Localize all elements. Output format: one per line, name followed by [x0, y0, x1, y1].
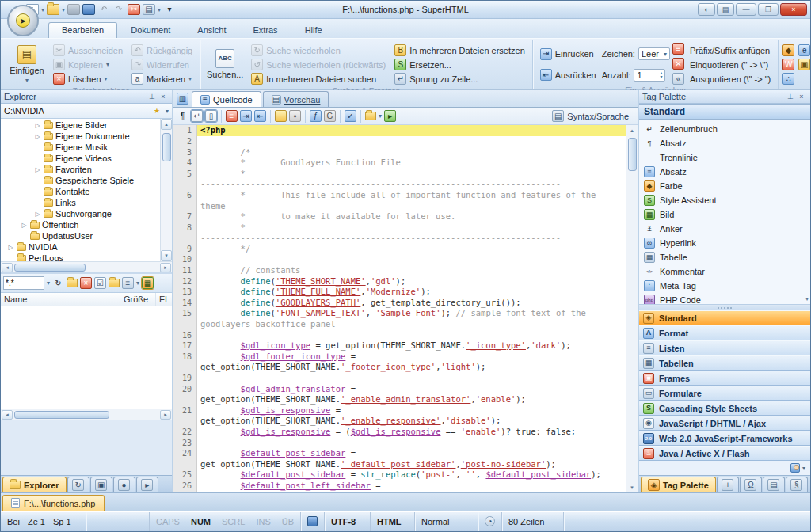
indent-count-stepper[interactable]: 1▴▾ [634, 69, 665, 82]
scroll-left-icon[interactable]: ◂ [2, 410, 13, 420]
palette-item-zeilenumbruch[interactable]: ↵Zeilenumbruch [639, 122, 810, 136]
expand-arrow-icon[interactable]: ▷ [7, 244, 14, 251]
color-picker-icon[interactable]: ◆ [782, 44, 794, 56]
search-in-files-button[interactable]: AIn mehreren Dateien suchen [248, 72, 389, 86]
highlight-lines-icon[interactable]: ≡ [226, 110, 238, 122]
ribbon-tab-bearbeiten[interactable]: Bearbeiten [48, 22, 117, 38]
close-icon[interactable]: × [158, 92, 169, 102]
palette-scroll-down-icon[interactable]: ▾ [805, 295, 809, 302]
palette-item-absatz[interactable]: ≡Absatz [639, 165, 810, 179]
scroll-right-icon[interactable]: ▸ [160, 410, 171, 420]
attachments-tab[interactable]: § [786, 477, 808, 492]
expand-arrow-icon[interactable]: ▷ [34, 122, 41, 129]
replace-button[interactable]: SErsetzen... [391, 58, 528, 71]
encoding-indicator[interactable]: UTF-8 [325, 512, 371, 531]
tree-item-eigene-musik[interactable]: Eigene Musik [1, 142, 160, 153]
chevron-down-icon[interactable]: ▾ [802, 465, 805, 472]
expand-arrow-icon[interactable]: ▷ [34, 133, 41, 140]
expand-arrow-icon[interactable]: ▷ [21, 222, 28, 229]
style-switch-icon[interactable]: ◐ [698, 3, 715, 16]
repeat-search-back-button[interactable]: ↺Suche wiederholen (rückwärts) [248, 58, 389, 71]
category-frames[interactable]: ▣Frames [639, 370, 810, 386]
close-icon[interactable]: × [796, 92, 807, 102]
goto-line-button[interactable]: ↵Sprung zu Zeile... [391, 72, 528, 86]
meta-insert-icon[interactable]: ∴ [782, 73, 794, 85]
cut-button[interactable]: ✂Ausschneiden [50, 44, 126, 57]
remove-blank-lines-icon[interactable]: ≡ [672, 43, 684, 55]
scroll-up-icon[interactable]: ▴ [630, 125, 634, 135]
refresh-icon[interactable]: ↻ [52, 277, 64, 289]
delete-icon[interactable]: × [80, 277, 92, 289]
readonly-icon[interactable]: ▪ [289, 110, 301, 122]
tree-item-öffentlich[interactable]: ▷Öffentlich [1, 219, 160, 230]
tree-item-eigene-videos[interactable]: Eigene Videos [1, 153, 160, 164]
copy-button[interactable]: ▣Kopieren▾ [50, 58, 126, 71]
new-folder-icon[interactable] [67, 279, 78, 287]
view-mode-icon[interactable]: ▥ [177, 93, 188, 104]
delete-button[interactable]: ×Löschen▾ [50, 72, 126, 86]
tree-item-suchvorgänge[interactable]: ▷Suchvorgänge [1, 208, 160, 219]
expand-arrow-icon[interactable]: ▷ [34, 211, 41, 218]
tree-item-links[interactable]: Links [1, 197, 160, 208]
indent-icon[interactable]: ⇥ [240, 110, 252, 122]
category-formulare[interactable]: ▭Formulare [639, 386, 810, 401]
snippets-tab[interactable]: ▣ [90, 477, 112, 492]
palette-splitter[interactable] [639, 305, 810, 310]
tree-item-gespeicherte-spiele[interactable]: Gespeicherte Spiele [1, 175, 160, 186]
folder-up-icon[interactable] [109, 279, 120, 287]
word-wrap-toggle[interactable]: ↵ [191, 110, 203, 122]
tree-vertical-scrollbar[interactable]: ▴ ▾ [160, 119, 172, 261]
column-name[interactable]: Name [1, 293, 120, 306]
redo-icon[interactable]: ↷ [112, 4, 125, 15]
tree-item-favoriten[interactable]: ▷Favoriten [1, 164, 160, 175]
user-icon[interactable] [790, 463, 800, 473]
file-filter-input[interactable] [3, 276, 44, 290]
cut-icon[interactable]: ✂ [128, 4, 140, 15]
save-icon[interactable] [67, 4, 80, 15]
ribbon-tab-ansicht[interactable]: Ansicht [184, 22, 239, 38]
open-include-icon[interactable] [365, 112, 376, 120]
run-icon[interactable]: ▸ [384, 110, 396, 122]
view-mode-icon[interactable]: ≡ [122, 277, 134, 289]
join-lines-icon[interactable]: « [672, 73, 684, 85]
close-button[interactable]: × [780, 3, 807, 16]
column-mode-toggle[interactable]: ▯ [205, 110, 217, 122]
palette-item-absatz[interactable]: ¶Absatz [639, 136, 810, 150]
file-list-horizontal-scrollbar[interactable]: ◂ ▸ [1, 408, 172, 420]
ribbon-tab-extras[interactable]: Extras [239, 22, 291, 38]
repeat-search-button[interactable]: ↻Suche wiederholen [248, 44, 389, 57]
minimize-button[interactable]: — [736, 3, 756, 16]
save-all-icon[interactable] [82, 4, 95, 15]
scroll-right-icon[interactable]: ▸ [160, 263, 171, 272]
spellcheck-icon[interactable]: ✓ [345, 110, 356, 122]
category-standard[interactable]: ◈Standard [639, 310, 810, 325]
ftp-tab[interactable]: ↻ [67, 477, 89, 492]
filter-tab[interactable]: ● [113, 477, 135, 492]
snippets-tab[interactable]: ▤ [763, 477, 785, 492]
preview-toggle-icon[interactable]: ▦ [142, 277, 154, 289]
scroll-thumb[interactable] [628, 138, 637, 171]
tree-item-kontakte[interactable]: Kontakte [1, 186, 160, 197]
unindent-icon[interactable]: ⇤ [254, 110, 266, 122]
favorites-star-icon[interactable]: ★ [151, 106, 162, 116]
scroll-thumb[interactable] [14, 264, 86, 272]
scroll-thumb[interactable] [14, 411, 109, 419]
category-web-2-0-javascript-frameworks[interactable]: 2.0Web 2.0 JavaScript-Frameworks [639, 431, 810, 446]
sync-tab[interactable]: ▸ [136, 477, 158, 492]
tree-item-updatususer[interactable]: UpdatusUser [1, 230, 160, 241]
select-tool-tab[interactable]: + [717, 477, 739, 492]
tag-palette-tab[interactable]: ◈Tag Palette [641, 477, 716, 492]
tree-item-perflogs[interactable]: PerfLogs [1, 253, 160, 261]
tree-item-eigene-bilder[interactable]: ▷Eigene Bilder [1, 120, 160, 131]
palette-item-style-assistent[interactable]: SStyle Assistent [639, 193, 810, 207]
undo-button[interactable]: ↶Rückgängig [128, 44, 196, 57]
customize-qat-icon[interactable]: ▾ [163, 4, 176, 15]
formatting-marks-icon[interactable]: ¶ [177, 110, 188, 122]
ribbon-tab-hilfe[interactable]: Hilfe [291, 22, 336, 38]
editor-vertical-scrollbar[interactable]: ▴ ▾ [626, 125, 638, 492]
expand-arrow-icon[interactable]: ▷ [34, 166, 41, 173]
snippet-icon[interactable]: ▣ [798, 59, 810, 70]
syntax-language-button[interactable]: ▤Syntax/Sprache [546, 109, 634, 124]
delete-lines-icon[interactable]: ✕ [672, 58, 684, 70]
edit-script-icon[interactable]: ƒ [310, 110, 322, 122]
